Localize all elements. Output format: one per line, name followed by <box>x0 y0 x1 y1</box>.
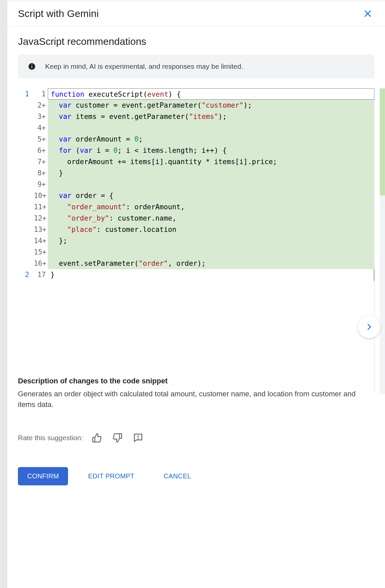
inner-line-number: 1 <box>34 88 46 100</box>
code-line-added: "order_by": customer.name, <box>48 213 374 224</box>
dialog-content: JavaScript recommendations Keep in mind,… <box>7 27 385 499</box>
outer-line-number <box>18 235 29 246</box>
outer-line-number <box>18 145 29 156</box>
inner-line-number: 7+ <box>34 156 46 167</box>
svg-point-4 <box>138 439 138 439</box>
outer-line-number <box>18 201 29 213</box>
description-title: Description of changes to the code snipp… <box>18 377 374 385</box>
section-title: JavaScript recommendations <box>18 36 374 47</box>
code-line-added <box>48 179 374 190</box>
code-diff-viewer: 12 12+3+4+5+6+7+8+9+10+11+12+13+14+15+16… <box>18 88 374 280</box>
notice-banner: Keep in mind, AI is experimental, and re… <box>18 54 374 78</box>
code-line-added: var order = { <box>48 190 374 201</box>
feedback-icon <box>133 433 143 443</box>
dialog-header: Script with Gemini <box>7 1 385 27</box>
chevron-right-icon <box>365 323 373 331</box>
action-buttons: CONFIRM EDIT PROMPT CANCEL <box>18 467 374 485</box>
outer-line-number <box>18 190 29 201</box>
feedback-button[interactable] <box>131 431 145 444</box>
outer-line-number <box>18 111 29 122</box>
info-icon <box>28 62 36 70</box>
code-line-added <box>48 246 374 258</box>
notice-text: Keep in mind, AI is experimental, and re… <box>45 62 243 70</box>
code-line-added: } <box>48 167 374 179</box>
inner-line-number: 12+ <box>34 213 46 224</box>
code-line-added: var customer = event.getParameter("custo… <box>48 100 374 111</box>
inner-line-number: 8+ <box>34 167 46 179</box>
thumbs-up-button[interactable] <box>90 431 104 444</box>
confirm-button[interactable]: CONFIRM <box>18 467 68 485</box>
inner-line-number: 14+ <box>34 235 46 246</box>
outer-line-number: 2 <box>18 269 29 280</box>
thumbs-down-icon <box>113 433 122 443</box>
outer-gutter: 12 <box>18 88 34 280</box>
outer-line-number <box>18 246 29 258</box>
inner-line-number: 13+ <box>34 224 46 235</box>
inner-line-number: 11+ <box>34 201 46 213</box>
code-line-added: "order_amount": orderAmount, <box>48 201 374 213</box>
code-line-added: var orderAmount = 0; <box>48 134 374 145</box>
inner-line-number: 10+ <box>34 190 46 201</box>
outer-line-number <box>18 100 29 111</box>
outer-line-number <box>18 122 29 134</box>
code-minimap[interactable] <box>380 88 385 394</box>
code-line-added <box>48 122 374 134</box>
background-edge <box>0 0 7 588</box>
description-body: Generates an order object with calculate… <box>18 389 374 410</box>
thumbs-up-icon <box>92 433 102 443</box>
cancel-button[interactable]: CANCEL <box>154 467 200 485</box>
inner-line-number: 17 <box>34 269 46 280</box>
dialog-title: Script with Gemini <box>18 8 99 19</box>
rating-label: Rate this suggestion: <box>18 434 83 442</box>
code-line-added: "place": customer.location <box>48 224 374 235</box>
inner-line-number: 9+ <box>34 179 46 190</box>
code-minimap-thumb <box>380 88 385 195</box>
inner-line-number: 16+ <box>34 258 46 269</box>
thumbs-down-button[interactable] <box>111 431 124 444</box>
close-icon <box>363 9 372 18</box>
code-line-added: orderAmount += items[i].quantity * items… <box>48 156 374 167</box>
outer-line-number <box>18 258 29 269</box>
inner-line-number: 6+ <box>34 145 46 156</box>
outer-line-number <box>18 167 29 179</box>
code-line-added: var items = event.getParameter("items"); <box>48 111 374 122</box>
next-suggestion-button[interactable] <box>358 316 380 338</box>
outer-line-number <box>18 213 29 224</box>
outer-line-number <box>18 134 29 145</box>
code-line: } <box>48 269 374 280</box>
outer-line-number <box>18 156 29 167</box>
close-button[interactable] <box>361 7 374 20</box>
code-line-added: event.setParameter("order", order); <box>48 258 374 269</box>
outer-line-number <box>18 179 29 190</box>
svg-rect-1 <box>32 66 32 68</box>
code-area[interactable]: function executeScript(event) { var cust… <box>48 88 374 280</box>
code-line: function executeScript(event) { <box>48 88 374 100</box>
inner-line-number: 15+ <box>34 246 46 258</box>
inner-line-number: 4+ <box>34 122 46 134</box>
code-line-added: for (var i = 0; i < items.length; i++) { <box>48 145 374 156</box>
inner-line-number: 5+ <box>34 134 46 145</box>
inner-line-number: 3+ <box>34 111 46 122</box>
svg-rect-2 <box>32 64 32 65</box>
outer-line-number <box>18 224 29 235</box>
dialog-panel: Script with Gemini JavaScript recommenda… <box>7 1 385 588</box>
inner-gutter: 12+3+4+5+6+7+8+9+10+11+12+13+14+15+16+17 <box>34 88 48 280</box>
code-line-added: }; <box>48 235 374 246</box>
inner-line-number: 2+ <box>34 100 46 111</box>
edit-prompt-button[interactable]: EDIT PROMPT <box>79 467 144 485</box>
rating-row: Rate this suggestion: <box>18 431 374 444</box>
outer-line-number: 1 <box>18 88 29 100</box>
